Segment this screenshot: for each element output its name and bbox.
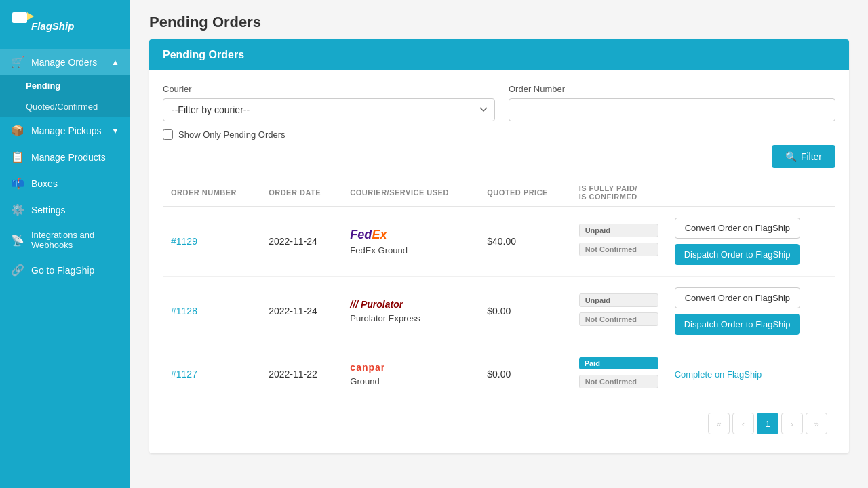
sidebar-item-boxes-label: Boxes <box>31 178 58 189</box>
table-header: Order Number Order Date Courier/Service … <box>163 179 835 207</box>
payment-badge-1128: Unpaid <box>579 293 658 307</box>
pickup-icon: 📦 <box>11 124 24 137</box>
payment-badge-1129: Unpaid <box>579 224 658 237</box>
action-cell-1128: Convert Order on FlagShipDispatch Order … <box>667 277 835 346</box>
sidebar-item-manage-products[interactable]: 📋 Manage Products <box>0 144 130 170</box>
sidebar-item-quoted-confirmed-label: Quoted/Confirmed <box>26 102 98 112</box>
courier-filter-group: Courier --Filter by courier-- FedEx Puro… <box>163 84 495 121</box>
service-name-1128: Purolator Express <box>350 313 471 323</box>
confirm-badge-1127: Not Confirmed <box>579 375 658 388</box>
purolator-logo: /// Purolator <box>350 299 471 310</box>
svg-marker-1 <box>27 12 34 20</box>
pagination-last[interactable]: » <box>806 413 827 434</box>
courier-cell-1127: canparGround <box>342 346 479 403</box>
main-content: Pending Orders Pending Orders Courier --… <box>130 0 868 488</box>
col-order-number: Order Number <box>163 179 260 207</box>
dispatch-button-1128[interactable]: Dispatch Order to FlagShip <box>675 314 800 335</box>
sidebar-item-manage-orders[interactable]: 🛒 Manage Orders ▲ <box>0 49 130 75</box>
page-header: Pending Orders <box>130 0 868 39</box>
col-order-date: Order Date <box>260 179 342 207</box>
status-cell-1128: Unpaid Not Confirmed <box>571 277 667 346</box>
payment-badge-1127: Paid <box>579 357 658 369</box>
action-cell-1127: Complete on FlagShip <box>667 346 835 403</box>
sidebar-item-goto-flagship-label: Go to FlagShip <box>31 265 94 276</box>
quoted-price-1129: $40.00 <box>479 207 570 277</box>
table-row: #11282022-11-24/// PurolatorPurolator Ex… <box>163 277 835 346</box>
sidebar-item-manage-products-label: Manage Products <box>31 152 106 163</box>
col-actions <box>667 179 835 207</box>
cart-icon: 🛒 <box>11 56 24 68</box>
sidebar-item-manage-pickups-label: Manage Pickups <box>31 125 102 136</box>
pagination-first[interactable]: « <box>708 413 730 434</box>
action-cell-1129: Convert Order on FlagShipDispatch Order … <box>667 207 835 277</box>
logo-area: FlagShip <box>0 0 130 43</box>
orders-tbody: #11292022-11-24FedExFedEx Ground$40.00 U… <box>163 207 835 403</box>
sidebar-item-settings[interactable]: ⚙️ Settings <box>0 197 130 223</box>
sidebar-item-quoted-confirmed[interactable]: Quoted/Confirmed <box>0 96 130 117</box>
confirm-badge-1128: Not Confirmed <box>579 312 658 326</box>
chevron-up-icon: ▲ <box>111 58 119 67</box>
convert-button-1129[interactable]: Convert Order on FlagShip <box>675 218 800 239</box>
filter-btn-row: 🔍 Filter <box>163 145 835 168</box>
order-link-1128[interactable]: #1128 <box>171 306 197 317</box>
order-link-1129[interactable]: #1129 <box>171 236 197 247</box>
quoted-price-1127: $0.00 <box>479 346 570 403</box>
table-header-row: Order Number Order Date Courier/Service … <box>163 179 835 207</box>
complete-button-1127[interactable]: Complete on FlagShip <box>675 369 762 380</box>
sidebar-item-integrations-label: Integrations and Webhooks <box>31 230 119 250</box>
col-payment-confirm: Is Fully Paid/Is Confirmed <box>571 179 667 207</box>
chevron-down-icon: ▼ <box>111 126 119 136</box>
products-icon: 📋 <box>11 150 24 163</box>
dispatch-button-1129[interactable]: Dispatch Order to FlagShip <box>675 244 800 265</box>
canpar-logo: canpar <box>350 362 471 373</box>
show-pending-row: Show Only Pending Orders <box>163 129 835 140</box>
service-name-1129: FedEx Ground <box>350 245 471 256</box>
show-pending-label[interactable]: Show Only Pending Orders <box>178 129 285 140</box>
card-header: Pending Orders <box>149 39 849 70</box>
status-cell-1129: Unpaid Not Confirmed <box>571 207 667 277</box>
sidebar-item-goto-flagship[interactable]: 🔗 Go to FlagShip <box>0 257 130 283</box>
sidebar-item-pending[interactable]: Pending <box>0 75 130 96</box>
table-row: #11292022-11-24FedExFedEx Ground$40.00 U… <box>163 207 835 277</box>
order-number-input[interactable] <box>509 98 835 121</box>
filter-button-label: Filter <box>801 151 822 162</box>
orders-table: Order Number Order Date Courier/Service … <box>163 179 835 402</box>
table-row: #11272022-11-22canparGround$0.00 Paid No… <box>163 346 835 403</box>
order-date-1129: 2022-11-24 <box>260 207 342 277</box>
sidebar-item-manage-pickups[interactable]: 📦 Manage Pickups ▼ <box>0 117 130 144</box>
confirm-badge-1129: Not Confirmed <box>579 243 658 256</box>
order-date-1128: 2022-11-24 <box>260 277 342 346</box>
filter-button[interactable]: 🔍 Filter <box>772 145 835 168</box>
sidebar-submenu-orders: Pending Quoted/Confirmed <box>0 75 130 117</box>
courier-filter-select[interactable]: --Filter by courier-- FedEx Purolator Ca… <box>163 98 495 121</box>
status-cell-1127: Paid Not Confirmed <box>571 346 667 403</box>
search-icon: 🔍 <box>785 151 797 162</box>
sidebar-item-boxes[interactable]: 📫 Boxes <box>0 170 130 197</box>
service-name-1127: Ground <box>350 376 471 386</box>
order-date-1127: 2022-11-22 <box>260 346 342 403</box>
courier-cell-1128: /// PurolatorPurolator Express <box>342 277 479 346</box>
order-link-1127[interactable]: #1127 <box>171 369 197 380</box>
fedex-logo: FedEx <box>350 228 471 242</box>
convert-button-1128[interactable]: Convert Order on FlagShip <box>675 287 800 308</box>
courier-cell-1129: FedExFedEx Ground <box>342 207 479 277</box>
card-body: Courier --Filter by courier-- FedEx Puro… <box>149 70 849 453</box>
pagination-page-1[interactable]: 1 <box>757 413 778 434</box>
quoted-price-1128: $0.00 <box>479 277 570 346</box>
sidebar-nav: 🛒 Manage Orders ▲ Pending Quoted/Confirm… <box>0 43 130 488</box>
show-pending-checkbox[interactable] <box>163 129 173 140</box>
settings-icon: ⚙️ <box>11 203 24 216</box>
courier-filter-label: Courier <box>163 84 495 94</box>
pagination-next[interactable]: › <box>781 413 803 434</box>
sidebar-item-integrations[interactable]: 📡 Integrations and Webhooks <box>0 223 130 257</box>
external-link-icon: 🔗 <box>11 264 24 277</box>
pagination-prev[interactable]: ‹ <box>732 413 754 434</box>
sidebar-item-pending-label: Pending <box>26 81 60 91</box>
order-number-1129: #1129 <box>163 207 260 277</box>
order-number-filter-label: Order Number <box>509 84 835 94</box>
sidebar-item-settings-label: Settings <box>31 205 66 216</box>
order-number-filter-group: Order Number <box>509 84 835 121</box>
sidebar-item-manage-orders-label: Manage Orders <box>31 57 97 68</box>
pending-orders-card: Pending Orders Courier --Filter by couri… <box>149 39 849 453</box>
col-quoted-price: Quoted Price <box>479 179 570 207</box>
